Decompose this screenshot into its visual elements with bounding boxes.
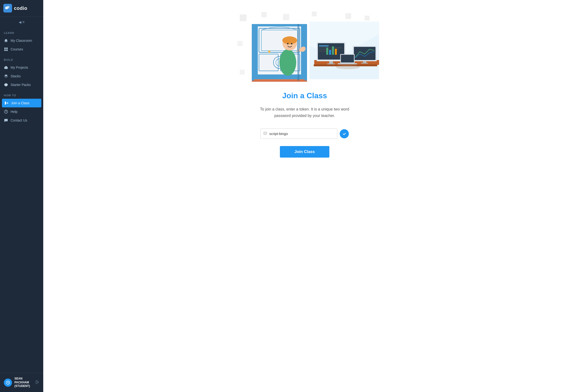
svg-point-10 <box>7 382 8 383</box>
svg-rect-1 <box>7 6 9 8</box>
svg-rect-6 <box>4 67 8 69</box>
app-name: codio <box>14 5 27 11</box>
svg-rect-17 <box>237 41 243 46</box>
join-class-button[interactable]: Join Class <box>280 146 329 158</box>
token-input[interactable] <box>260 128 337 139</box>
svg-rect-51 <box>326 48 328 55</box>
svg-rect-55 <box>329 61 333 64</box>
svg-rect-2 <box>4 48 6 49</box>
user-info: SEAN PACKHAM (STUDENT) <box>14 377 35 388</box>
svg-rect-39 <box>297 24 299 81</box>
page-description: To join a class, enter a token. It is a … <box>259 106 350 119</box>
svg-point-34 <box>279 49 296 76</box>
svg-rect-14 <box>312 12 317 16</box>
layers-icon <box>4 74 8 78</box>
svg-rect-16 <box>365 16 369 20</box>
svg-rect-62 <box>341 55 354 62</box>
token-check-button[interactable] <box>340 129 349 138</box>
main-content: Join a Class To join a class, enter a to… <box>43 0 566 392</box>
hamburger-icon: ≡ <box>22 20 25 24</box>
svg-rect-11 <box>240 14 246 21</box>
svg-rect-58 <box>354 47 376 60</box>
sidebar-toggle-btn[interactable]: ◀ ≡ <box>0 16 43 28</box>
svg-rect-63 <box>338 63 357 64</box>
hero-illustration <box>230 10 379 82</box>
svg-rect-60 <box>361 63 368 64</box>
toggle-arrow-icon: ◀ <box>19 20 21 24</box>
build-section: BUILD My Projects Stacks <box>0 55 43 90</box>
svg-point-8 <box>6 112 6 113</box>
user-name: SEAN PACKHAM (STUDENT) <box>14 377 35 388</box>
sidebar-item-contact-us[interactable]: Contact Us <box>0 116 43 125</box>
svg-rect-12 <box>261 12 267 17</box>
build-section-label: BUILD <box>0 58 43 63</box>
app-logo[interactable]: codio <box>0 0 43 16</box>
svg-rect-53 <box>332 46 334 55</box>
svg-point-38 <box>291 43 292 44</box>
svg-rect-47 <box>319 45 329 47</box>
svg-rect-33 <box>252 81 307 82</box>
logo-icon <box>3 4 12 13</box>
token-input-row <box>260 128 349 139</box>
learn-section: LEARN My Classroom Courses <box>0 28 43 55</box>
svg-point-64 <box>336 65 360 69</box>
question-icon <box>4 110 8 114</box>
sidebar-item-help[interactable]: Help <box>0 107 43 116</box>
sidebar-item-stacks[interactable]: Stacks <box>0 72 43 81</box>
signin-icon <box>4 101 9 105</box>
grid-icon <box>4 47 8 51</box>
svg-rect-5 <box>6 49 8 51</box>
page-title: Join a Class <box>282 91 327 100</box>
sidebar-item-join-a-class[interactable]: Join a Class <box>2 99 41 107</box>
svg-rect-13 <box>283 14 289 20</box>
svg-rect-48 <box>319 47 342 48</box>
sidebar-item-courses[interactable]: Courses <box>0 45 43 54</box>
how-to-section-label: HOW TO <box>0 94 43 99</box>
svg-point-31 <box>268 50 270 53</box>
learn-section-label: LEARN <box>0 31 43 36</box>
svg-rect-3 <box>6 48 8 49</box>
sidebar-item-my-projects[interactable]: My Projects <box>0 63 43 72</box>
logout-button[interactable] <box>35 380 39 385</box>
briefcase-icon <box>4 65 8 70</box>
user-avatar <box>4 378 12 387</box>
svg-rect-59 <box>363 61 366 63</box>
how-to-section: HOW TO Join a Class Help <box>0 90 43 126</box>
sidebar: codio ◀ ≡ LEARN My Classroom <box>0 0 43 392</box>
house-icon <box>4 38 8 43</box>
svg-rect-15 <box>345 13 351 19</box>
svg-rect-54 <box>335 49 337 55</box>
comment-icon <box>4 118 8 123</box>
svg-rect-4 <box>4 49 6 51</box>
package-icon <box>4 83 8 87</box>
sidebar-item-starter-packs[interactable]: Starter Packs <box>0 81 43 89</box>
svg-rect-21 <box>240 70 245 74</box>
sidebar-item-my-classroom[interactable]: My Classroom <box>0 36 43 45</box>
token-icon <box>263 131 267 136</box>
token-input-wrapper <box>260 128 337 139</box>
svg-rect-65 <box>264 132 267 135</box>
svg-point-37 <box>287 43 288 44</box>
svg-rect-52 <box>329 50 331 55</box>
svg-rect-56 <box>327 63 335 64</box>
user-profile-area: SEAN PACKHAM (STUDENT) <box>0 373 43 392</box>
